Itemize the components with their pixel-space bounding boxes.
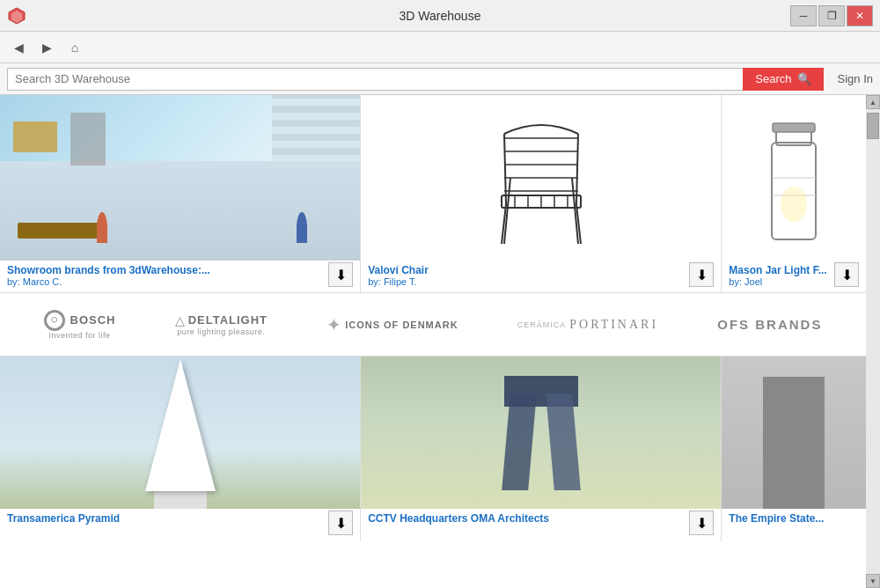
maximize-button[interactable]: ❐ bbox=[818, 5, 845, 26]
icons-denmark-icon: ✦ bbox=[326, 314, 341, 335]
cctv-download-button[interactable]: ⬇ bbox=[689, 511, 714, 535]
empire-building bbox=[763, 377, 825, 509]
showroom-person1 bbox=[97, 212, 107, 243]
sign-in-link[interactable]: Sign In bbox=[824, 72, 873, 85]
deltalight-tagline: pure lighting pleasure. bbox=[177, 327, 265, 336]
mason-image bbox=[722, 95, 866, 261]
scrollbar: ▲ ▼ bbox=[866, 95, 880, 588]
brand-deltalight[interactable]: △ DELTALIGHT pure lighting pleasure. bbox=[175, 313, 268, 336]
showroom-person2 bbox=[297, 212, 307, 243]
showroom-background bbox=[0, 95, 360, 261]
download-icon: ⬇ bbox=[335, 267, 347, 283]
cctv-image bbox=[361, 356, 721, 509]
chair-title: Valoví Chair bbox=[368, 264, 689, 276]
featured-item-chair[interactable]: Valoví Chair by: Filipe T. ⬇ bbox=[361, 95, 722, 292]
download-icon-2: ⬇ bbox=[696, 267, 708, 283]
mason-svg bbox=[741, 99, 847, 257]
chair-image bbox=[361, 95, 721, 261]
arch-item-cctv[interactable]: CCTV Headquarters OMA Architects ⬇ bbox=[361, 356, 722, 541]
deltalight-name: DELTALIGHT bbox=[188, 313, 268, 327]
title-bar: 3D Warehouse ─ ❐ ✕ bbox=[0, 0, 880, 32]
cctv-tower1 bbox=[502, 393, 537, 490]
svg-point-24 bbox=[781, 187, 807, 222]
bosch-name: BOSCH bbox=[70, 313, 116, 327]
back-button[interactable]: ◀ bbox=[7, 36, 30, 59]
search-button-label: Search bbox=[755, 72, 791, 85]
showroom-caption-text: Showroom brands from 3dWarehouse:... by:… bbox=[7, 264, 328, 287]
cctv-caption: CCTV Headquarters OMA Architects ⬇ bbox=[361, 509, 721, 541]
bosch-logo: ⬡ BOSCH bbox=[44, 310, 116, 331]
transamerica-image bbox=[0, 356, 360, 509]
chair-caption-text: Valoví Chair by: Filipe T. bbox=[368, 264, 689, 287]
content-area: Showroom brands from 3dWarehouse:... by:… bbox=[0, 95, 866, 588]
minimize-button[interactable]: ─ bbox=[790, 5, 817, 26]
search-input[interactable] bbox=[7, 68, 743, 91]
featured-item-showroom[interactable]: Showroom brands from 3dWarehouse:... by:… bbox=[0, 95, 361, 292]
close-button[interactable]: ✕ bbox=[847, 5, 873, 26]
transamerica-title: Transamerica Pyramid bbox=[7, 512, 328, 525]
brand-ofs[interactable]: OFS BRANDS bbox=[717, 317, 822, 332]
mason-caption-text: Mason Jar Light F... by: Joel bbox=[729, 264, 834, 287]
title-bar-controls: ─ ❐ ✕ bbox=[790, 5, 873, 26]
scroll-track[interactable] bbox=[866, 109, 880, 574]
scroll-up-button[interactable]: ▲ bbox=[866, 95, 880, 109]
portinari-logo: CERÂMICA PORTINARI bbox=[517, 318, 658, 332]
empire-caption-text: The Empire State... bbox=[729, 512, 859, 525]
showroom-floor bbox=[0, 161, 360, 261]
home-button[interactable]: ⌂ bbox=[63, 36, 86, 59]
chair-caption: Valoví Chair by: Filipe T. ⬇ bbox=[361, 261, 721, 292]
empire-image bbox=[722, 356, 866, 509]
ceramica-label: CERÂMICA bbox=[517, 320, 567, 329]
nav-bar: ◀ ▶ ⌂ bbox=[0, 32, 880, 63]
showroom-title: Showroom brands from 3dWarehouse:... bbox=[7, 264, 328, 276]
chair-author: by: Filipe T. bbox=[368, 276, 689, 287]
forward-button[interactable]: ▶ bbox=[35, 36, 58, 59]
ofs-name: OFS BRANDS bbox=[717, 317, 822, 332]
download-icon-3: ⬇ bbox=[841, 267, 853, 283]
transamerica-caption: Transamerica Pyramid ⬇ bbox=[0, 509, 360, 541]
download-icon-4: ⬇ bbox=[335, 515, 347, 532]
svg-line-13 bbox=[576, 134, 578, 204]
scroll-thumb[interactable] bbox=[867, 113, 879, 139]
download-icon-5: ⬇ bbox=[696, 515, 708, 532]
deltalight-logo: △ DELTALIGHT bbox=[175, 313, 268, 327]
brands-row: ⬡ BOSCH Invented for life △ DELTALIGHT p… bbox=[0, 293, 866, 356]
search-bar: Search 🔍 Sign In bbox=[0, 63, 880, 95]
showroom-download-button[interactable]: ⬇ bbox=[328, 262, 353, 287]
showroom-caption: Showroom brands from 3dWarehouse:... by:… bbox=[0, 261, 360, 292]
delta-icon: △ bbox=[175, 313, 185, 327]
chair-background bbox=[361, 95, 721, 261]
mason-title: Mason Jar Light F... bbox=[729, 264, 834, 276]
svg-rect-21 bbox=[773, 123, 815, 132]
search-icon: 🔍 bbox=[797, 72, 811, 85]
pyramid-base bbox=[154, 491, 207, 509]
brand-portinari[interactable]: CERÂMICA PORTINARI bbox=[517, 318, 658, 332]
showroom-wall-art bbox=[13, 121, 57, 152]
empire-title: The Empire State... bbox=[729, 512, 859, 525]
brand-icons-denmark[interactable]: ✦ ICONS OF DENMARK bbox=[326, 314, 458, 335]
title-bar-left bbox=[7, 6, 26, 26]
brand-bosch[interactable]: ⬡ BOSCH Invented for life bbox=[44, 310, 116, 340]
main-content: Showroom brands from 3dWarehouse:... by:… bbox=[0, 95, 880, 588]
cctv-background bbox=[361, 356, 721, 509]
pyramid-shape bbox=[145, 359, 216, 491]
empire-caption: The Empire State... bbox=[722, 509, 866, 541]
mason-background bbox=[722, 95, 866, 261]
featured-row: Showroom brands from 3dWarehouse:... by:… bbox=[0, 95, 866, 293]
sketchup-icon bbox=[7, 6, 26, 26]
scroll-down-button[interactable]: ▼ bbox=[866, 574, 880, 588]
chair-download-button[interactable]: ⬇ bbox=[689, 262, 714, 287]
window-title: 3D Warehouse bbox=[400, 9, 481, 23]
mason-download-button[interactable]: ⬇ bbox=[834, 262, 859, 287]
transamerica-download-button[interactable]: ⬇ bbox=[328, 511, 353, 535]
cctv-building bbox=[488, 376, 594, 490]
arch-item-transamerica[interactable]: Transamerica Pyramid ⬇ bbox=[0, 356, 361, 541]
arch-item-empire[interactable]: The Empire State... bbox=[722, 356, 866, 541]
mason-author: by: Joel bbox=[729, 276, 834, 287]
svg-line-12 bbox=[504, 134, 506, 204]
showroom-desk bbox=[18, 223, 106, 239]
cctv-tower2 bbox=[546, 393, 581, 490]
featured-item-mason[interactable]: Mason Jar Light F... by: Joel ⬇ bbox=[722, 95, 866, 292]
chair-svg bbox=[480, 107, 603, 248]
search-button[interactable]: Search 🔍 bbox=[743, 68, 823, 91]
